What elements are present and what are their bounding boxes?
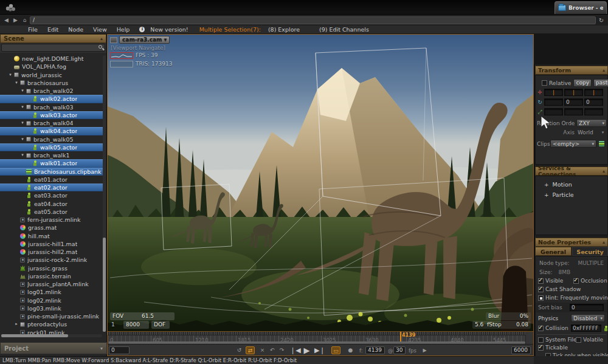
- tree-item[interactable]: ▾brach_walk02: [0, 87, 103, 95]
- fps-rate-field[interactable]: 30: [393, 346, 406, 354]
- viewport-3d[interactable]: cam-ra3.cam ▾ [Viewport Navigate] FPS : …: [108, 35, 533, 331]
- tree-item[interactable]: Brachiosaurus.clipbank: [0, 168, 103, 176]
- tree-item[interactable]: jurassic-hill2.mat: [0, 248, 103, 256]
- tree-item[interactable]: ▾brachiosaurus: [0, 79, 103, 87]
- tab-general[interactable]: General: [535, 247, 572, 256]
- translate-z-field[interactable]: ❘: [584, 89, 603, 96]
- record-button[interactable]: ●: [346, 346, 355, 354]
- rotation-order-dropdown[interactable]: ZXY▾: [576, 119, 607, 127]
- tree-item[interactable]: walk05.actor: [0, 143, 103, 151]
- expander-icon[interactable]: ▾: [19, 119, 26, 127]
- clips-dropdown[interactable]: <empty>▾: [550, 140, 596, 148]
- fstop-slider[interactable]: 5.6 fStop 0.08: [472, 321, 531, 329]
- current-frame-field[interactable]: 4139: [365, 346, 385, 354]
- paste-button[interactable]: paste: [593, 79, 608, 87]
- step-back-button[interactable]: ❘◀: [290, 346, 299, 354]
- timeline-scrollbar[interactable]: [108, 342, 525, 344]
- collapse-icon[interactable]: ▴: [603, 239, 605, 245]
- scale-z-field[interactable]: [584, 108, 603, 115]
- menu-edit[interactable]: Edit: [47, 26, 58, 33]
- tree-item[interactable]: eat03.actor: [0, 191, 103, 199]
- address-input[interactable]: /: [30, 16, 596, 24]
- search-icon[interactable]: [98, 45, 102, 49]
- tree-item[interactable]: jurassic-hill1.mat: [0, 240, 103, 248]
- expander-icon[interactable]: ▾: [13, 79, 19, 87]
- menu-view[interactable]: View: [93, 26, 107, 33]
- hint-checkbox[interactable]: [538, 295, 544, 301]
- translate-x-field[interactable]: ❘: [544, 89, 563, 96]
- forward-button[interactable]: ▶: [12, 16, 19, 24]
- menu-edit-channels[interactable]: (9) Edit Channels: [319, 26, 369, 33]
- tree-item[interactable]: ▾brach_walk05: [0, 136, 103, 143]
- browser-window-tab[interactable]: Browser - ev...: [554, 1, 607, 14]
- scene-vertical-scrollbar[interactable]: [103, 55, 106, 332]
- tree-item[interactable]: Jurassic_plantA.mlink: [0, 280, 103, 288]
- multiple-selection-label[interactable]: Multiple Selection(7):: [199, 26, 261, 33]
- sort-bias-field[interactable]: 0: [570, 304, 604, 311]
- back-button[interactable]: ◀: [2, 16, 10, 24]
- home-button[interactable]: ⌂: [21, 16, 29, 24]
- tree-item[interactable]: walk02.actor: [0, 95, 103, 103]
- tree-item[interactable]: log02.mlink: [0, 297, 103, 304]
- loop-mode-icon[interactable]: ↺: [235, 346, 244, 354]
- visible-checkbox[interactable]: [538, 278, 544, 284]
- step-forward-button[interactable]: ▶❘: [314, 346, 323, 354]
- collapse-icon[interactable]: ▴: [100, 36, 103, 41]
- expander-icon[interactable]: ▾: [7, 71, 13, 79]
- tree-item[interactable]: log03.mlink: [0, 304, 103, 312]
- tree-item[interactable]: hill.mat: [0, 232, 103, 240]
- loop-toggle-button[interactable]: ⇄: [246, 346, 255, 354]
- tickable-checkbox[interactable]: [538, 345, 544, 351]
- service-motion[interactable]: Motion: [553, 181, 572, 188]
- tree-item[interactable]: walk03.actor: [0, 111, 103, 119]
- collapse-icon[interactable]: ▴: [603, 67, 605, 73]
- expander-icon[interactable]: ▾: [19, 87, 26, 95]
- scene-panel-header[interactable]: Scene ▴: [0, 34, 106, 43]
- camera-dropdown[interactable]: cam-ra3.cam ▾: [119, 36, 170, 44]
- viewport-layout-icon[interactable]: [110, 37, 117, 43]
- tree-item[interactable]: jurassic-rock-2.mlink: [0, 256, 103, 264]
- expander-icon[interactable]: ▾: [19, 103, 26, 111]
- expand-rate-icon[interactable]: ▶: [420, 346, 429, 354]
- transform-header[interactable]: Transform ▴: [535, 66, 608, 75]
- service-particle[interactable]: Particle: [553, 191, 574, 198]
- tree-item[interactable]: ▸pterodactylus: [0, 320, 103, 328]
- cut-keys-icon[interactable]: ×: [258, 346, 267, 354]
- project-panel-header[interactable]: Project ▾: [0, 342, 107, 354]
- dof-far-field[interactable]: 8000: [123, 321, 149, 329]
- rotate-y-field[interactable]: 0: [564, 98, 583, 106]
- tree-item[interactable]: eat05.actor: [0, 208, 103, 216]
- tree-item[interactable]: jurassic.grass: [0, 264, 103, 272]
- redo-icon[interactable]: ↷: [277, 346, 286, 354]
- tree-item[interactable]: ▾brach_walk1: [0, 151, 103, 159]
- collapse-icon[interactable]: ▴: [603, 168, 605, 174]
- cast-shadow-checkbox[interactable]: [538, 287, 544, 292]
- node-properties-header[interactable]: Node Properties ▴: [535, 238, 608, 247]
- collision-mask-field[interactable]: 0xFFFFFF: [571, 325, 601, 332]
- expander-icon[interactable]: ▾: [19, 151, 26, 159]
- tree-item[interactable]: ▾world_jurassic: [0, 71, 103, 79]
- volatile-checkbox[interactable]: [576, 337, 581, 343]
- services-header[interactable]: Services & Connections ▴: [535, 167, 608, 176]
- expander-icon[interactable]: ▾: [19, 136, 26, 143]
- collision-checkbox[interactable]: [538, 326, 544, 331]
- physics-dropdown[interactable]: Disabled▾: [571, 314, 605, 322]
- clips-icon[interactable]: [599, 141, 604, 146]
- tree-item[interactable]: new_light.DOME.light: [0, 55, 103, 63]
- tree-item[interactable]: log01.mlink: [0, 288, 103, 296]
- axis-dropdown[interactable]: World: [578, 129, 593, 136]
- tab-security[interactable]: Security: [572, 247, 608, 256]
- expander-icon[interactable]: ▸: [13, 320, 19, 328]
- tree-item[interactable]: eat02.actor: [0, 184, 103, 191]
- menu-help[interactable]: Help: [117, 26, 130, 33]
- scene-horizontal-scrollbar[interactable]: [1, 334, 102, 337]
- plus-icon[interactable]: +: [544, 182, 549, 188]
- rotate-z-field[interactable]: 0: [584, 98, 603, 106]
- collision-picker-icon[interactable]: [603, 326, 608, 331]
- tree-item[interactable]: walk04.actor: [0, 127, 103, 135]
- play-button[interactable]: ▶: [302, 346, 311, 354]
- copy-button[interactable]: copy: [573, 79, 592, 87]
- plus-icon[interactable]: +: [544, 192, 549, 198]
- tree-item[interactable]: ▾brach_walk04: [0, 119, 103, 127]
- tree-item[interactable]: eat04.actor: [0, 200, 103, 208]
